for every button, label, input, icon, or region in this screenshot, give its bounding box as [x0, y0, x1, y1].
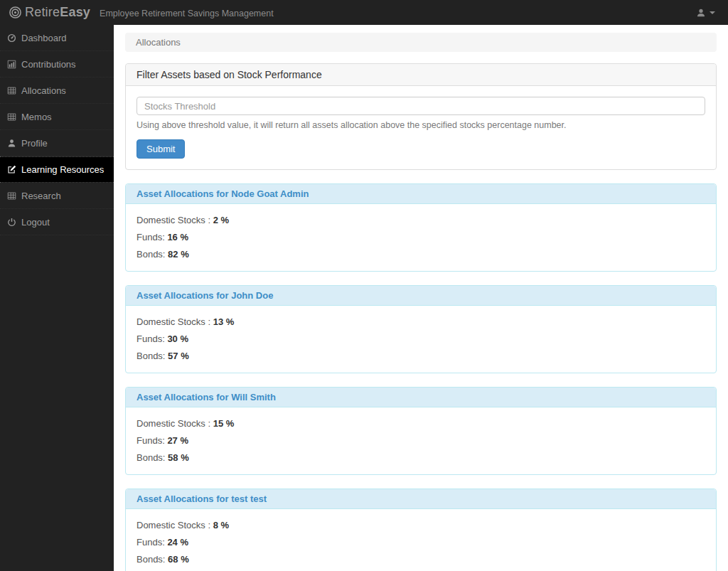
sidebar-item-label: Profile [21, 138, 48, 149]
sidebar-item-label: Contributions [21, 59, 76, 70]
sidebar-item-label: Allocations [21, 85, 66, 96]
allocation-panel-title: Asset Allocations for Node Goat Admin [126, 184, 716, 204]
user-icon [696, 8, 706, 18]
bullseye-logo-icon [9, 6, 22, 19]
allocation-panel: Asset Allocations for John Doe Domestic … [125, 285, 717, 373]
breadcrumb: Allocations [125, 33, 717, 52]
table-icon [7, 112, 16, 122]
brand-subtitle: Employee Retirement Savings Management [100, 6, 274, 18]
funds-row: Funds: 30 % [136, 333, 705, 344]
user-menu[interactable] [692, 5, 719, 21]
main-content: Allocations Filter Assets based on Stock… [114, 25, 728, 571]
allocation-panel: Asset Allocations for Will Smith Domesti… [125, 387, 717, 475]
sidebar-item-label: Dashboard [21, 33, 67, 43]
stocks-row: Domestic Stocks : 8 % [136, 520, 705, 530]
stocks-row: Domestic Stocks : 2 % [136, 215, 705, 225]
filter-panel-title: Filter Assets based on Stock Performance [126, 64, 716, 86]
sidebar: Dashboard Contributions Allocations Memo… [0, 25, 114, 571]
sidebar-item-label: Memos [21, 112, 52, 122]
filter-panel-body: Using above threshold value, it will ret… [126, 86, 716, 169]
table-icon [7, 86, 16, 95]
funds-row: Funds: 16 % [136, 232, 705, 242]
sidebar-item-dashboard[interactable]: Dashboard [0, 25, 114, 51]
sidebar-item-memos[interactable]: Memos [0, 104, 114, 130]
user-icon [7, 139, 16, 148]
sidebar-item-research[interactable]: Research [0, 183, 114, 209]
sidebar-item-profile[interactable]: Profile [0, 130, 114, 156]
brand-title: RetireEasy [25, 5, 90, 20]
sidebar-item-learning-resources[interactable]: Learning Resources [0, 156, 114, 183]
allocation-panel-title: Asset Allocations for Will Smith [126, 388, 716, 407]
bar-chart-icon [7, 60, 16, 69]
sidebar-item-allocations[interactable]: Allocations [0, 78, 114, 104]
bonds-row: Bonds: 68 % [136, 554, 705, 565]
allocation-panel-body: Domestic Stocks : 13 % Funds: 30 % Bonds… [126, 306, 716, 373]
bonds-row: Bonds: 82 % [136, 249, 705, 260]
allocation-panel: Asset Allocations for Node Goat Admin Do… [125, 183, 717, 272]
sidebar-item-logout[interactable]: Logout [0, 209, 114, 235]
table-icon [7, 191, 16, 201]
chevron-down-icon [710, 11, 715, 14]
brand[interactable]: RetireEasy Employee Retirement Savings M… [9, 5, 274, 20]
sidebar-item-label: Logout [21, 217, 50, 228]
submit-button[interactable]: Submit [136, 139, 185, 159]
stocks-row: Domestic Stocks : 15 % [136, 418, 705, 429]
sidebar-item-contributions[interactable]: Contributions [0, 51, 114, 78]
bonds-row: Bonds: 57 % [136, 351, 705, 361]
filter-help-text: Using above threshold value, it will ret… [136, 120, 705, 130]
allocation-panel-body: Domestic Stocks : 8 % Funds: 24 % Bonds:… [126, 509, 716, 571]
allocation-panel-title: Asset Allocations for John Doe [126, 286, 716, 306]
allocation-panel-body: Domestic Stocks : 2 % Funds: 16 % Bonds:… [126, 204, 716, 271]
sidebar-item-label: Learning Resources [21, 164, 104, 175]
dashboard-icon [7, 33, 16, 43]
funds-row: Funds: 27 % [136, 435, 705, 446]
funds-row: Funds: 24 % [136, 537, 705, 548]
stocks-threshold-input[interactable] [136, 97, 705, 115]
edit-icon [7, 165, 16, 174]
power-icon [7, 218, 16, 227]
sidebar-item-label: Research [21, 191, 61, 201]
stocks-row: Domestic Stocks : 13 % [136, 316, 705, 327]
bonds-row: Bonds: 58 % [136, 452, 705, 463]
allocation-panel-title: Asset Allocations for test test [126, 489, 716, 509]
allocation-panel: Asset Allocations for test test Domestic… [125, 489, 717, 571]
allocation-panel-body: Domestic Stocks : 15 % Funds: 27 % Bonds… [126, 407, 716, 474]
top-navbar: RetireEasy Employee Retirement Savings M… [0, 0, 728, 25]
filter-panel: Filter Assets based on Stock Performance… [125, 63, 717, 170]
